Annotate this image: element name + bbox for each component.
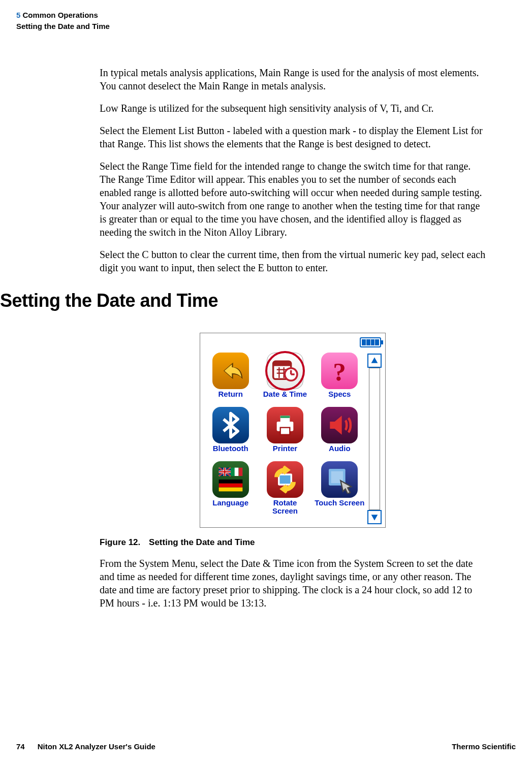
menu-label: Bluetooth: [205, 444, 256, 453]
svg-rect-17: [234, 468, 238, 476]
header-chapter-line: 5 Common Operations: [16, 10, 516, 20]
menu-item-date-time[interactable]: Date & Time: [260, 353, 310, 405]
menu-item-return[interactable]: Return: [205, 353, 256, 405]
chevron-up-icon: [370, 357, 379, 365]
svg-text:?: ?: [333, 357, 346, 385]
menu-label: Return: [205, 390, 256, 398]
svg-point-6: [284, 367, 298, 381]
svg-rect-18: [238, 468, 242, 476]
svg-rect-13: [280, 428, 290, 435]
svg-rect-1: [273, 361, 291, 366]
chevron-down-icon: [370, 513, 379, 521]
question-icon: ?: [321, 353, 358, 389]
bluetooth-icon: [212, 407, 249, 443]
page-number: 74: [16, 742, 25, 751]
body-paragraph: Select the Range Time field for the inte…: [100, 160, 486, 239]
figure: Return: [100, 333, 486, 528]
figure-caption: Figure 12. Setting the Date and Time: [100, 537, 486, 549]
page-footer: 74 Niton XL2 Analyzer User's Guide Therm…: [0, 742, 532, 752]
svg-rect-20: [218, 484, 242, 488]
svg-marker-26: [371, 357, 378, 363]
menu-item-specs[interactable]: ? Specs: [315, 353, 365, 405]
body-paragraph: From the System Menu, select the Date & …: [100, 557, 486, 610]
menu-label: Specs: [315, 390, 365, 398]
svg-marker-27: [371, 515, 378, 520]
menu-item-language[interactable]: Language: [205, 461, 256, 522]
scrollbar[interactable]: [367, 350, 382, 524]
flags-icon: [212, 461, 249, 498]
scroll-down-button[interactable]: [367, 510, 382, 524]
footer-left: 74 Niton XL2 Analyzer User's Guide: [16, 742, 155, 752]
menu-label: Language: [205, 499, 256, 507]
menu-item-audio[interactable]: Audio: [315, 407, 365, 459]
svg-point-7: [286, 369, 296, 379]
menu-item-rotate-screen[interactable]: Rotate Screen: [260, 461, 310, 522]
return-icon: [212, 353, 249, 389]
header-section-title: Setting the Date and Time: [16, 21, 516, 31]
scroll-track[interactable]: [369, 368, 380, 510]
battery-icon: [360, 337, 381, 347]
menu-grid: Return: [203, 350, 367, 524]
calendar-clock-icon: [267, 353, 303, 389]
svg-rect-0: [273, 361, 291, 379]
svg-rect-23: [279, 475, 290, 484]
device-screenshot: Return: [200, 333, 386, 528]
svg-rect-14: [280, 416, 290, 418]
menu-label: Date & Time: [260, 390, 310, 398]
chapter-title: Common Operations: [23, 11, 98, 19]
footer-company: Thermo Scientific: [452, 742, 516, 752]
figure-number: Figure 12.: [100, 537, 140, 547]
svg-rect-19: [218, 480, 242, 484]
menu-label: Audio: [315, 444, 365, 453]
chapter-number: 5: [16, 11, 20, 19]
scroll-up-button[interactable]: [367, 354, 382, 368]
svg-rect-21: [218, 488, 242, 492]
page-content: In typical metals analysis applications,…: [100, 66, 486, 619]
menu-label: Touch Screen: [315, 499, 365, 507]
rotate-icon: [267, 461, 303, 498]
body-paragraph: Select the C button to clear the current…: [100, 248, 486, 274]
printer-icon: [267, 407, 303, 443]
menu-item-touch-screen[interactable]: Touch Screen: [315, 461, 365, 522]
menu-item-printer[interactable]: Printer: [260, 407, 310, 459]
speaker-icon: [321, 407, 358, 443]
menu-label: Rotate Screen: [260, 499, 310, 515]
touch-icon: [321, 461, 358, 498]
page-header: 5 Common Operations Setting the Date and…: [0, 10, 532, 32]
body-paragraph: Select the Element List Button - labeled…: [100, 124, 486, 150]
section-heading: Setting the Date and Time: [0, 289, 486, 313]
figure-title: Setting the Date and Time: [149, 537, 255, 547]
guide-title: Niton XL2 Analyzer User's Guide: [38, 742, 155, 751]
menu-item-bluetooth[interactable]: Bluetooth: [205, 407, 256, 459]
menu-label: Printer: [260, 444, 310, 453]
body-paragraph: In typical metals analysis applications,…: [100, 66, 486, 92]
body-paragraph: Low Range is utilized for the subsequent…: [100, 102, 486, 115]
